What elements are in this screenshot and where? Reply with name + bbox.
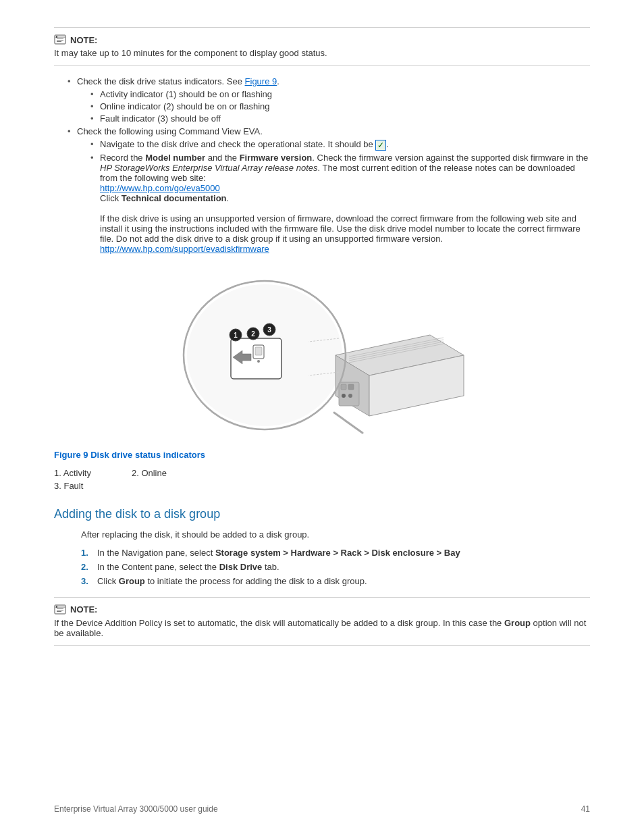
svg-text:1: 1 [234, 332, 238, 339]
figure9-link[interactable]: Figure 9 [245, 76, 277, 86]
svg-rect-28 [348, 384, 354, 390]
svg-line-34 [334, 413, 363, 433]
figure-labels-row-2: 3. Fault [54, 481, 167, 491]
page-footer: Enterprise Virtual Array 3000/5000 user … [54, 804, 590, 814]
note-label-1: NOTE: [70, 35, 97, 45]
step-1: In the Navigation pane, select Storage s… [81, 548, 590, 558]
figure-caption: Figure 9 Disk drive status indicators [54, 450, 205, 460]
sub-list-1: Activity indicator (1) should be on or f… [90, 89, 590, 124]
section-intro: After replacing the disk, it should be a… [81, 529, 590, 540]
group-bold: Group [119, 576, 145, 586]
note-title-2: NOTE: [54, 604, 590, 615]
figure-label-2: 2. Online [132, 468, 167, 478]
figure-label-1: 1. Activity [54, 468, 91, 478]
page-content: NOTE: It may take up to 10 minutes for t… [0, 0, 644, 697]
note-box-1: NOTE: It may take up to 10 minutes for t… [54, 27, 590, 66]
sub-list-2: Navigate to the disk drive and check the… [90, 139, 590, 254]
note-text-1: It may take up to 10 minutes for the com… [54, 48, 590, 58]
svg-rect-11 [255, 347, 262, 355]
nav-path-bold: Storage system > Hardware > Rack > Disk … [215, 548, 460, 558]
disk-figure-image: 1 2 3 [160, 261, 484, 450]
svg-rect-2 [56, 36, 57, 38]
note-icon-2 [54, 604, 66, 615]
group-option-bold: Group [504, 618, 531, 628]
note-icon-1 [54, 34, 66, 45]
evadiskfirmware-link[interactable]: http://www.hp.com/support/evadiskfirmwar… [100, 244, 269, 254]
svg-rect-37 [56, 606, 57, 608]
bullet-text-1: Check the disk drive status indicators. … [77, 76, 279, 86]
note-text-2: If the Device Addition Policy is set to … [54, 618, 590, 638]
main-bullet-list: Check the disk drive status indicators. … [68, 76, 590, 254]
note-label-2: NOTE: [70, 604, 97, 615]
svg-rect-27 [341, 384, 346, 390]
sub-item-1-3: Fault indicator (3) should be off [90, 113, 590, 124]
svg-point-30 [348, 394, 352, 398]
checkmark-icon: ✓ [375, 140, 386, 151]
model-number-label: Model number [145, 153, 205, 163]
sub-item-1-1: Activity indicator (1) should be on or f… [90, 89, 590, 99]
footer-right: 41 [581, 804, 590, 814]
sub-item-1-2: Online indicator (2) should be on or fla… [90, 101, 590, 111]
section-heading: Adding the disk to a disk group [54, 507, 590, 521]
figure-label-3: 3. Fault [54, 481, 83, 491]
firmware-warning-text: If the disk drive is using an unsupporte… [100, 213, 581, 244]
step-3: Click Group to initiate the process for … [81, 576, 590, 586]
step-2: In the Content pane, select the Disk Dri… [81, 562, 590, 572]
steps-list: In the Navigation pane, select Storage s… [81, 548, 590, 586]
disk-drive-tab-bold: Disk Drive [219, 562, 263, 572]
sub-item-2-1: Navigate to the disk drive and check the… [90, 139, 590, 151]
bullet-item-2: Check the following using Command View E… [68, 126, 590, 254]
note-box-2: NOTE: If the Device Addition Policy is s… [54, 597, 590, 646]
figure-labels: 1. Activity 2. Online 3. Fault [54, 468, 167, 491]
bullet-item-1: Check the disk drive status indicators. … [68, 76, 590, 124]
sub-item-2-2: Record the Model number and the Firmware… [90, 153, 590, 254]
figure-container: 1 2 3 [54, 261, 590, 491]
svg-text:3: 3 [267, 326, 271, 334]
svg-point-12 [257, 360, 260, 363]
svg-point-29 [342, 394, 346, 398]
bullet-text-2: Check the following using Command View E… [77, 126, 263, 136]
note-title-1: NOTE: [54, 34, 590, 45]
figure-labels-row-1: 1. Activity 2. Online [54, 468, 167, 478]
firmware-version-label: Firmware version [240, 153, 313, 163]
tech-doc-label: Technical documentation [122, 193, 227, 203]
svg-text:2: 2 [251, 330, 255, 338]
footer-left: Enterprise Virtual Array 3000/5000 user … [54, 804, 218, 814]
eva5000-link[interactable]: http://www.hp.com/go/eva5000 [100, 183, 220, 193]
